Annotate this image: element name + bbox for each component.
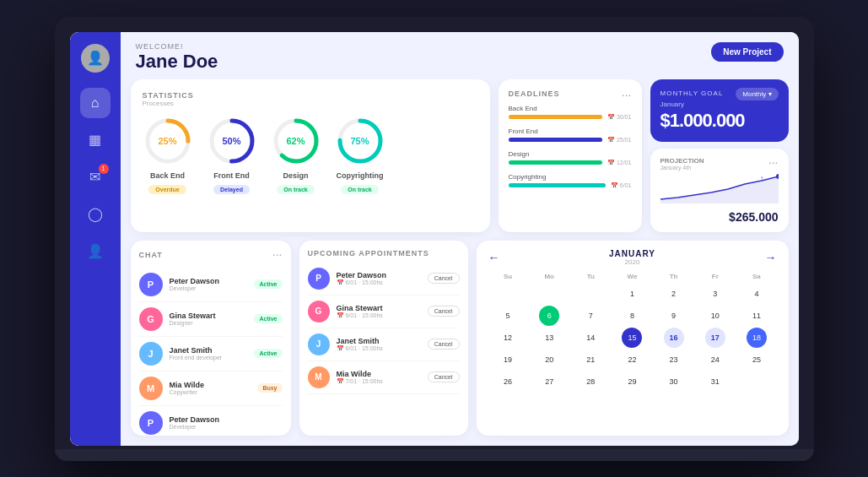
calendar-prev-button[interactable]: ← [488, 251, 500, 264]
calendar-day[interactable]: 23 [664, 350, 684, 370]
chat-avatar: M [139, 377, 163, 400]
calendar-day[interactable]: 15 [622, 328, 642, 348]
calendar-day[interactable]: 28 [580, 371, 601, 392]
sidebar-icon-calendar[interactable]: ▦ [80, 125, 111, 155]
chat-item[interactable]: G Gina Stewart Designer Active [139, 302, 283, 337]
projection-menu[interactable]: ··· [768, 155, 779, 174]
goal-month: January [660, 100, 779, 108]
chat-role: Designer [170, 320, 248, 326]
deadline-bar-row: 📅 25/01 [509, 137, 632, 144]
main-content: WELCOME! Jane Doe New Project STATISTICS [121, 32, 799, 446]
calendar-day[interactable]: 17 [705, 328, 725, 348]
sidebar-icon-home[interactable]: ⌂ [80, 88, 111, 118]
calendar-day[interactable]: 10 [705, 306, 725, 326]
deadline-item: Back End 📅 30/01 [509, 105, 632, 121]
calendar-day[interactable]: 8 [622, 306, 642, 326]
new-project-button[interactable]: New Project [711, 42, 783, 62]
calendar-day[interactable]: 30 [664, 371, 684, 392]
deadline-bar-row: 📅 6/01 [509, 182, 632, 189]
appointment-info: Janet Smith 📅 6/01 · 15:00hs [337, 337, 421, 352]
appointment-item: G Gina Stewart 📅 6/01 · 15:00hs Cancel [308, 295, 460, 328]
appointments-title: UPCOMING APPOINTMENTS [308, 249, 460, 257]
calendar-day[interactable]: 3 [705, 284, 725, 304]
deadline-date: 📅 25/01 [607, 137, 631, 144]
chat-item[interactable]: P Peter Dawson Developer [139, 406, 283, 436]
calendar-day[interactable]: 29 [622, 371, 642, 392]
laptop-base [55, 449, 814, 461]
calendar-day[interactable]: 1 [622, 284, 642, 304]
appointment-time: 📅 6/01 · 15:00hs [337, 279, 421, 286]
deadline-name: Design [509, 150, 632, 158]
calendar-day[interactable]: 18 [747, 328, 767, 348]
appointment-info: Peter Dawson 📅 6/01 · 15:00hs [337, 271, 421, 286]
deadline-date: 📅 6/01 [611, 182, 632, 189]
cancel-appointment-button[interactable]: Cancel [428, 273, 460, 284]
cancel-appointment-button[interactable]: Cancel [428, 306, 460, 317]
calendar-day[interactable]: 12 [498, 328, 518, 348]
calendar-day[interactable]: 21 [580, 350, 601, 370]
appointment-name: Peter Dawson [337, 271, 421, 279]
donut-chart: 25% [143, 116, 193, 166]
chat-name: Peter Dawson [170, 277, 248, 285]
calendar-month: JANUARY [609, 249, 655, 258]
calendar-next-button[interactable]: → [765, 251, 777, 264]
deadlines-card: ··· Deadlines Back End 📅 30/01 Front End… [499, 79, 642, 232]
calendar-day[interactable]: 20 [539, 350, 559, 370]
monthly-filter-button[interactable]: Monthly ▾ [736, 88, 778, 100]
deadline-bar [509, 183, 606, 187]
stat-item: 50% Front End Delayed [207, 116, 257, 194]
chat-avatar: P [139, 411, 163, 435]
deadline-bar-row: 📅 30/01 [509, 114, 632, 121]
left-column: STATISTICS Processes 25% Back End Overdu… [131, 79, 789, 436]
calendar-day[interactable]: 26 [498, 371, 518, 392]
calendar-day[interactable]: 14 [580, 328, 601, 348]
sidebar-icon-chat[interactable]: ◯ [80, 199, 111, 230]
statistics-subtitle: Processes [143, 100, 194, 107]
calendar-year: 2020 [609, 258, 655, 266]
calendar-day[interactable]: 5 [498, 306, 518, 326]
deadline-bar [509, 138, 603, 142]
deadline-item: Copyrighting 📅 6/01 [509, 173, 632, 189]
chat-name: Janet Smith [170, 346, 248, 355]
calendar-day[interactable]: 27 [539, 371, 559, 392]
calendar-day[interactable]: 9 [664, 306, 684, 326]
calendar-day[interactable]: 2 [664, 284, 684, 304]
calendar-day[interactable]: 25 [747, 350, 767, 370]
sidebar: 👤 ⌂ ▦ ✉ 1 ◯ 👤 [70, 32, 121, 446]
sidebar-icon-user[interactable]: 👤 [80, 236, 111, 267]
cancel-appointment-button[interactable]: Cancel [428, 339, 460, 350]
chat-menu[interactable]: ··· [272, 247, 283, 261]
user-avatar: 👤 [81, 44, 110, 73]
stat-label: Design [283, 171, 308, 180]
chat-avatar: G [139, 307, 163, 331]
calendar-day[interactable]: 13 [539, 328, 559, 348]
donut-percent: 75% [350, 136, 369, 146]
calendar-day[interactable]: 4 [747, 284, 767, 304]
calendar-day[interactable]: 7 [580, 306, 601, 326]
donut-percent: 25% [158, 136, 176, 146]
calendar-day[interactable]: 16 [664, 328, 684, 348]
deadline-bar [509, 160, 603, 165]
calendar-day[interactable]: 6 [539, 306, 559, 326]
calendar-day[interactable]: 22 [622, 350, 642, 370]
chat-item[interactable]: M Mia Wilde Copywriter Busy [139, 371, 283, 406]
calendar-day[interactable]: 19 [498, 350, 518, 370]
calendar-day[interactable]: 31 [705, 371, 725, 392]
chat-item[interactable]: P Peter Dawson Developer Active [139, 268, 283, 302]
sidebar-icon-mail[interactable]: ✉ 1 [80, 162, 111, 192]
calendar-day[interactable]: 24 [705, 350, 725, 370]
chat-status-badge: Active [254, 314, 282, 323]
deadlines-menu[interactable]: ··· [622, 88, 632, 101]
chat-avatar: P [139, 273, 163, 296]
statistics-row: 25% Back End Overdue 50% Front End Delay… [143, 116, 478, 194]
appointment-info: Gina Stewart 📅 6/01 · 15:00hs [337, 304, 421, 319]
appointment-time: 📅 7/01 · 15:00hs [337, 378, 421, 385]
welcome-text: WELCOME! [136, 42, 218, 51]
goal-amount: $1.000.000 [660, 110, 779, 132]
calendar-day[interactable]: 11 [747, 306, 767, 326]
chat-item[interactable]: J Janet Smith Front end developer Active [139, 337, 283, 371]
bottom-row: CHAT ··· P Peter Dawson Developer Active… [131, 241, 789, 436]
projection-date: January 4th [660, 165, 704, 171]
projection-label: PROJECTION [660, 157, 704, 165]
cancel-appointment-button[interactable]: Cancel [428, 371, 460, 382]
